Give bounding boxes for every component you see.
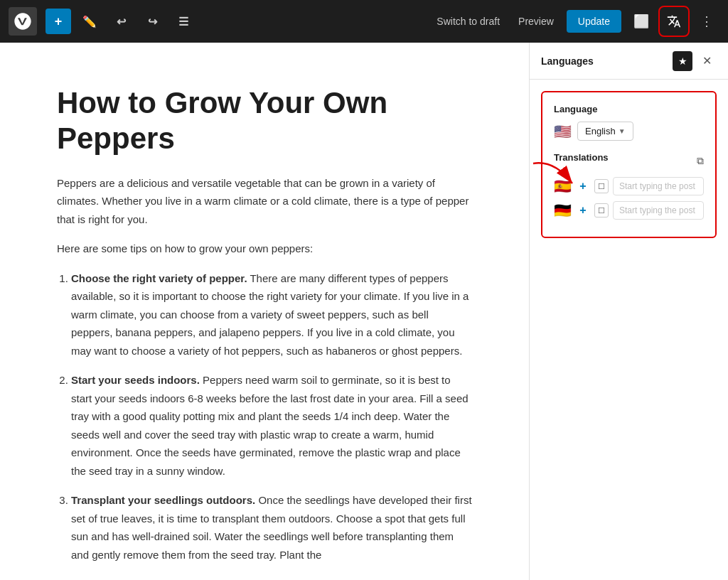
add-spanish-translation-button[interactable]: +	[576, 179, 590, 193]
tips-list: Choose the right variety of pepper. Ther…	[57, 269, 472, 564]
edit-german-button[interactable]: ☐	[594, 203, 609, 218]
us-flag-icon: 🇺🇸	[554, 123, 572, 140]
switch-to-draft-button[interactable]: Switch to draft	[431, 11, 505, 31]
sidebar-panel: Languages ★ ✕ Language 🇺🇸 English ▼	[529, 43, 728, 580]
list-item-1-text: There are many different types of pepper…	[71, 272, 469, 357]
language-value: English	[585, 126, 616, 136]
edit-icon-button[interactable]: ✏️	[77, 9, 102, 34]
language-box: Language 🇺🇸 English ▼ Translations ⧉ 🇪🇸	[541, 91, 717, 238]
star-button[interactable]: ★	[673, 51, 692, 71]
edit-spanish-button[interactable]: ☐	[594, 179, 609, 193]
list-item-2-bold: Start your seeds indoors.	[71, 374, 200, 386]
panel-title: Languages	[541, 55, 594, 67]
main-layout: How to Grow Your Own Peppers Peppers are…	[0, 43, 728, 580]
panel-header-actions: ★ ✕	[673, 51, 717, 71]
es-flag-icon: 🇪🇸	[554, 178, 572, 195]
panel-header: Languages ★ ✕	[530, 43, 728, 80]
paragraph-2: Here are some tips on how to grow your o…	[57, 240, 472, 258]
preview-button[interactable]: Preview	[513, 11, 560, 31]
paragraph-1: Peppers are a delicious and versatile ve…	[57, 174, 472, 229]
list-item-3-bold: Transplant your seedlings outdoors.	[71, 494, 255, 506]
list-item-1-bold: Choose the right variety of pepper.	[71, 272, 247, 284]
de-flag-icon: 🇩🇪	[554, 202, 572, 219]
post-title: How to Grow Your Own Peppers	[57, 85, 472, 157]
translation-row-2: 🇩🇪 + ☐	[554, 201, 704, 220]
toolbar-right: Switch to draft Preview Update ⬜ ⋮	[431, 9, 719, 34]
translate-icon-button[interactable]	[661, 9, 687, 34]
translations-label: Translations	[554, 152, 609, 163]
add-german-translation-button[interactable]: +	[576, 203, 590, 218]
panel-content: Language 🇺🇸 English ▼ Translations ⧉ 🇪🇸	[530, 80, 728, 249]
translation-row-1: 🇪🇸 + ☐	[554, 177, 704, 195]
translations-header: Translations ⧉	[554, 152, 704, 170]
post-body: Peppers are a delicious and versatile ve…	[57, 174, 472, 564]
list-item-2-text: Peppers need warm soil to germinate, so …	[71, 374, 469, 477]
copy-icon[interactable]: ⧉	[697, 155, 704, 167]
more-options-button[interactable]: ⋮	[694, 9, 719, 34]
list-item-1: Choose the right variety of pepper. Ther…	[71, 269, 472, 360]
undo-button[interactable]: ↩	[108, 9, 134, 34]
language-selector: 🇺🇸 English ▼	[554, 122, 704, 141]
german-title-input[interactable]	[613, 201, 704, 220]
language-section-label: Language	[554, 104, 704, 114]
toolbar: + ✏️ ↩ ↪ ☰ Switch to draft Preview Updat…	[0, 0, 728, 43]
redo-button[interactable]: ↪	[139, 9, 165, 34]
add-button[interactable]: +	[46, 9, 71, 34]
list-item-3: Transplant your seedlings outdoors. Once…	[71, 491, 472, 564]
wp-logo[interactable]	[9, 7, 37, 36]
editor-area[interactable]: How to Grow Your Own Peppers Peppers are…	[0, 43, 529, 580]
layout-toggle-button[interactable]: ⬜	[628, 9, 654, 34]
close-panel-button[interactable]: ✕	[697, 51, 717, 71]
language-dropdown[interactable]: English ▼	[577, 122, 633, 141]
update-button[interactable]: Update	[567, 10, 621, 33]
list-item-2: Start your seeds indoors. Peppers need w…	[71, 371, 472, 480]
list-view-button[interactable]: ☰	[171, 9, 196, 34]
chevron-down-icon: ▼	[619, 127, 626, 135]
spanish-title-input[interactable]	[613, 177, 704, 195]
